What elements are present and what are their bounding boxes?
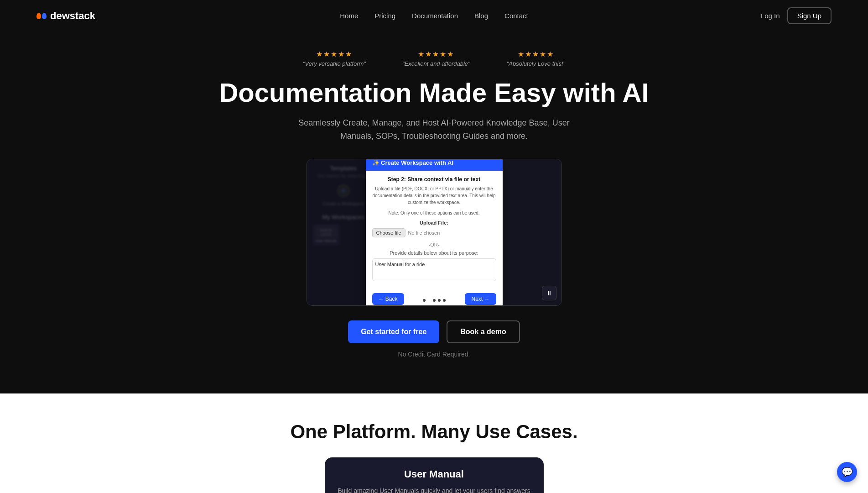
- logo-icon: [36, 13, 47, 19]
- review-3: ★★★★★ "Absolutely Love this!": [507, 50, 565, 67]
- nav-item-pricing[interactable]: Pricing: [374, 12, 395, 20]
- book-demo-button[interactable]: Book a demo: [447, 320, 520, 343]
- navbar: dewstack Home Pricing Documentation Blog…: [0, 0, 868, 31]
- demo-background: Templates Get started by selecting... + …: [307, 159, 561, 305]
- quote-3: "Absolutely Love this!": [507, 60, 565, 67]
- chat-bubble[interactable]: 💬: [837, 462, 857, 482]
- stars-2: ★★★★★: [418, 50, 454, 58]
- get-started-button[interactable]: Get started for free: [348, 320, 439, 343]
- modal-step-title: Step 2: Share context via file or text: [372, 176, 496, 183]
- next-button[interactable]: Next →: [465, 293, 496, 305]
- nav-item-contact[interactable]: Contact: [504, 12, 528, 20]
- section2: One Platform. Many Use Cases. User Manua…: [0, 393, 868, 493]
- login-button[interactable]: Log In: [761, 12, 780, 20]
- logo-drop-blue: [42, 13, 47, 19]
- hero-section: ★★★★★ "Very versatile platform" ★★★★★ "E…: [0, 31, 868, 393]
- cta-row: Get started for free Book a demo: [9, 320, 859, 343]
- nav-actions: Log In Sign Up: [761, 7, 832, 24]
- modal-header: ✨ Create Workspace with AI: [366, 159, 503, 171]
- modal-note: Note: Only one of these options can be u…: [372, 210, 496, 215]
- stars-1: ★★★★★: [316, 50, 353, 58]
- demo-window: Templates Get started by selecting... + …: [307, 159, 562, 306]
- review-1: ★★★★★ "Very versatile platform": [303, 50, 366, 67]
- nav-item-documentation[interactable]: Documentation: [412, 12, 458, 20]
- reviews-row: ★★★★★ "Very versatile platform" ★★★★★ "E…: [9, 50, 859, 67]
- nav-item-blog[interactable]: Blog: [474, 12, 488, 20]
- provide-label: Provide details below about its purpose:: [372, 250, 496, 256]
- nav-item-home[interactable]: Home: [340, 12, 358, 20]
- no-cc-text: No Credit Card Required.: [9, 351, 859, 358]
- modal-step-desc: Upload a file (PDF, DOCX, or PPTX) or ma…: [372, 185, 496, 206]
- logo-drop-orange: [36, 13, 41, 19]
- dot-1: [423, 299, 426, 302]
- nav-links: Home Pricing Documentation Blog Contact: [340, 12, 528, 20]
- dot-3: [433, 299, 436, 302]
- quote-1: "Very versatile platform": [303, 60, 366, 67]
- or-divider: -OR-: [372, 242, 496, 247]
- modal-overlay: ✨ Create Workspace with AI Step 2: Share…: [307, 159, 561, 305]
- context-textarea[interactable]: [372, 258, 496, 281]
- card-desc: Build amazing User Manuals quickly and l…: [336, 486, 533, 493]
- logo-text: dewstack: [50, 10, 95, 22]
- scroll-dots: [423, 299, 446, 302]
- choose-file-button[interactable]: Choose file: [372, 228, 405, 237]
- signup-button[interactable]: Sign Up: [787, 7, 832, 24]
- create-workspace-modal: ✨ Create Workspace with AI Step 2: Share…: [366, 159, 503, 305]
- user-manual-card: User Manual Build amazing User Manuals q…: [325, 457, 544, 493]
- stars-3: ★★★★★: [518, 50, 554, 58]
- pause-button[interactable]: ⏸: [542, 286, 556, 300]
- back-button[interactable]: ← Back: [372, 293, 404, 305]
- quote-2: "Excellent and affordable": [402, 60, 470, 67]
- dot-2: [428, 299, 431, 302]
- file-upload-row: Choose file No file chosen: [372, 228, 496, 237]
- dot-4: [438, 299, 441, 302]
- modal-body: Step 2: Share context via file or text U…: [366, 171, 503, 288]
- section2-title: One Platform. Many Use Cases.: [36, 421, 832, 443]
- hero-subtitle: Seamlessly Create, Manage, and Host AI-P…: [297, 116, 571, 143]
- upload-label: Upload File:: [372, 220, 496, 226]
- card-title: User Manual: [336, 468, 533, 480]
- demo-container: Templates Get started by selecting... + …: [307, 159, 562, 306]
- logo[interactable]: dewstack: [36, 10, 95, 22]
- file-chosen-text: No file chosen: [408, 230, 440, 236]
- card-header: User Manual Build amazing User Manuals q…: [325, 457, 544, 493]
- modal-footer: ← Back Next →: [366, 288, 503, 306]
- modal-header-text: ✨ Create Workspace with AI: [372, 159, 454, 166]
- hero-title: Documentation Made Easy with AI: [9, 78, 859, 107]
- dot-5: [443, 299, 446, 302]
- review-2: ★★★★★ "Excellent and affordable": [402, 50, 470, 67]
